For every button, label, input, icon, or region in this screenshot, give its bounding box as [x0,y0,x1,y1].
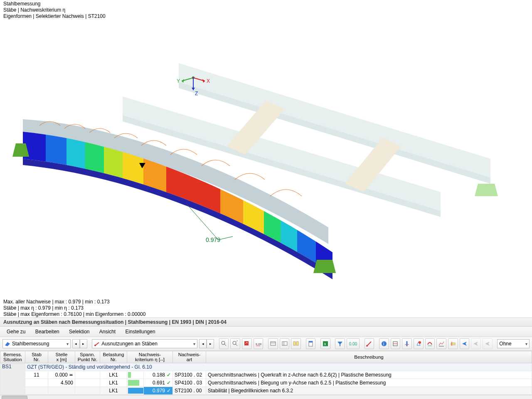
send-icon[interactable] [460,338,470,349]
table-icon-2[interactable] [280,338,290,349]
cell-eta-bar [127,387,144,395]
svg-text:X: X [324,342,326,346]
svg-line-56 [367,342,371,346]
tool-icon-1[interactable] [391,338,401,349]
footer-line-2: Stäbe | max η : 0.979 | min η : 0.173 [3,305,529,311]
chevron-down-icon: ▾ [193,342,195,346]
cell-load: LK1 [100,371,127,379]
cell-stresspoint [75,371,100,379]
model-viewport[interactable]: 0.979 X Y Z [0,20,532,298]
results-table[interactable]: Bemess.Situation StabNr. Stellex [m] Spa… [0,351,532,395]
report-icon[interactable] [306,338,316,349]
menu-edit[interactable]: Bearbeiten [31,328,64,336]
svg-text:X: X [207,78,210,84]
col-load[interactable]: BelastungNr. [100,351,127,363]
cell-check-type: SP3100 . 02 [173,371,206,379]
col-description[interactable]: Beschreibung [206,351,532,363]
combo-result-table[interactable]: Ausnutzungen an Stäben ▾ [92,339,197,348]
cell-eta-bar [127,379,144,387]
cell-member [25,387,48,395]
svg-point-39 [233,341,236,345]
cell-member: 11 [25,371,48,379]
svg-point-37 [222,341,225,345]
svg-rect-52 [309,341,313,342]
table-icon-1[interactable] [268,338,278,349]
threshold-000-button[interactable]: 0.00 [347,338,360,349]
col-stresspt[interactable]: Spann.Punkt Nr. [75,351,100,363]
group-label: GZT (STR/GEO) - Ständig und vorübergehen… [25,363,532,371]
zoom-selection-icon[interactable] [219,338,229,349]
svg-point-57 [366,345,368,347]
table-row[interactable]: 4.500LK10.691✓SP4100 . 03Querschnittsnac… [0,379,532,387]
col-member[interactable]: StabNr. [25,351,48,363]
nav-next-1[interactable]: ▸ [80,339,87,348]
footer-line-3: Stäbe | max Eigenformen : 0.76100 | min … [3,311,529,318]
cell-description: Querschnittsnachweis | Biegung um y-Achs… [206,379,532,387]
svg-rect-50 [296,342,298,345]
cell-member [25,379,48,387]
svg-marker-71 [473,342,478,346]
tool-icon-4[interactable] [425,338,435,349]
export-excel-icon[interactable]: X [320,338,330,349]
results-panel-title: Ausnutzung an Stäben nach Bemessungssitu… [0,318,532,327]
cell-position: 0.000 ≖ [48,371,75,379]
decimal-format-icon[interactable]: x.xx [254,338,264,349]
nav-prev-1[interactable]: ◂ [72,339,80,348]
menu-settings[interactable]: Einstellungen [121,328,160,336]
chevron-down-icon: ▾ [66,342,69,346]
col-check-type[interactable]: Nachweis-art [173,351,206,363]
svg-rect-11 [123,103,143,290]
svg-text:x.xx: x.xx [256,342,261,346]
combo-design-module[interactable]: Stahlbemessung ▾ [2,339,71,348]
svg-text:i: i [383,342,384,346]
header-line-3: Eigenformen | Selektierter Nachweis | ST… [3,13,529,20]
svg-point-33 [192,76,195,79]
tool-icon-5[interactable] [448,338,458,349]
table-group-row[interactable]: BS1GZT (STR/GEO) - Ständig und vorüberge… [0,363,532,371]
svg-rect-45 [271,342,276,345]
nav-prev-2[interactable]: ◂ [199,339,207,348]
svg-text:Z: Z [195,91,198,96]
info-icon[interactable]: i [379,338,389,349]
table-row[interactable]: 110.000 ≖LK10.188✓SP3100 . 02Querschnitt… [0,371,532,379]
tool-icon-2[interactable] [402,338,412,349]
panel-menu-bar: Gehe zu Bearbeiten Selektion Ansicht Ein… [0,327,532,337]
col-eta[interactable]: Nachweis-kriterium η [--] [127,351,173,363]
menu-goto[interactable]: Gehe zu [2,328,30,336]
cell-eta-value: 0.691✓ [144,379,173,387]
pick-icon[interactable] [365,338,374,349]
svg-marker-21 [313,260,336,273]
cell-eta-bar [127,371,144,379]
panel-layout-icon[interactable] [291,338,301,349]
col-position[interactable]: Stellex [m] [48,351,75,363]
cell-eta-value: 0.188✓ [144,371,173,379]
filter-icon[interactable] [335,338,345,349]
send-grey-icon-2[interactable] [483,338,493,349]
svg-line-38 [224,344,226,346]
svg-line-40 [236,344,237,346]
toggle-result-icon[interactable] [242,338,252,349]
col-situation[interactable]: Bemess.Situation [0,351,25,363]
cell-load: LK1 [100,387,127,395]
svg-marker-34 [5,342,10,346]
horizontal-scrollbar[interactable] [0,395,532,399]
cell-eta-value: 0.979✓ [144,387,173,395]
table-row[interactable]: LK10.979✓ST2100 . 00Stabilität | Biegedr… [0,387,532,395]
svg-marker-55 [337,342,342,346]
header-line-2: Stäbe | Nachweiskriterium η [3,7,529,13]
svg-rect-42 [244,341,249,345]
chevron-down-icon: ▾ [525,342,527,346]
chart-icon[interactable] [436,338,446,349]
cell-stresspoint [75,387,100,395]
footer-line-1: Max. aller Nachweise | max : 0.979 | min… [3,299,529,305]
menu-view[interactable]: Ansicht [95,328,120,336]
svg-marker-70 [462,342,467,346]
nav-next-2[interactable]: ▸ [207,339,214,348]
cell-description: Stabilität | Biegedrillknicken nach 6.3.… [206,387,532,395]
tool-icon-3[interactable] [414,338,424,349]
menu-selection[interactable]: Selektion [65,328,94,336]
combo-display-mode[interactable]: Ohne ▾ [497,339,530,348]
restore-view-icon[interactable] [230,338,240,349]
cell-description: Querschnittsnachweis | Querkraft in z-Ac… [206,371,532,379]
send-grey-icon-1[interactable] [471,338,481,349]
